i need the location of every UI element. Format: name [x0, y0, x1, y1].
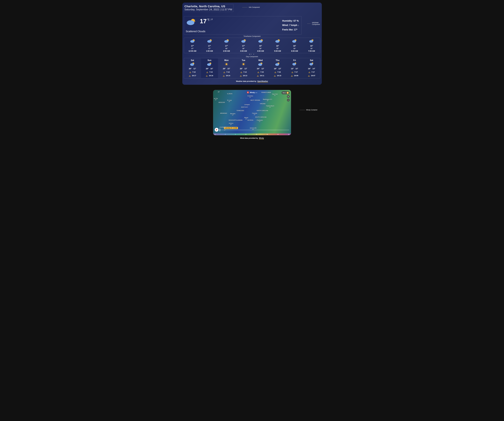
hour-feels: 16° [218, 48, 235, 49]
day-column[interactable]: Sat 16°14° 7:17 19:07 [303, 58, 320, 78]
day-temps: 13°10° [286, 68, 303, 70]
day-temps: 24°13° [252, 68, 269, 70]
sunrise-row: 7:12 [184, 71, 201, 73]
map-city-label: Virginia Beach19° [266, 105, 274, 108]
hour-time: 5:00 AM [269, 50, 286, 52]
hour-temp: 17° [184, 45, 201, 47]
map-city-label: ALABAMA [236, 119, 242, 121]
openweather-link[interactable]: OpenWeather [257, 80, 268, 82]
day-column[interactable]: Tue 26°13° 7:14 19:13 [235, 58, 252, 78]
hour-temp: 16° [252, 45, 269, 47]
sunrise-row: 7:15 [252, 71, 269, 73]
windy-logo[interactable]: W Windy.com [247, 91, 257, 94]
day-temps: 29°15° [218, 68, 235, 70]
map-city-label: Columbus15° [247, 95, 253, 98]
unit-celsius[interactable]: C [208, 18, 210, 21]
hour-temp: 16° [269, 45, 286, 47]
windy-link[interactable]: Windy [259, 137, 264, 140]
zoom-out-button[interactable]: − [287, 99, 290, 101]
map-city-label: Memphis23° [230, 113, 235, 116]
wind-icon: ≋ [287, 92, 289, 94]
unit-fahrenheit[interactable]: F [211, 18, 213, 21]
hour-temp: 17° [201, 45, 218, 47]
map-city-label: as City20° [214, 98, 218, 100]
day-name: Sat [303, 59, 320, 61]
day-name: Fri [286, 59, 303, 61]
day-name: Thu [269, 59, 286, 61]
map-city-label: New York15° [272, 94, 278, 96]
annotation-windy: Windy Container [300, 109, 318, 111]
day-temps: 26°12° [184, 68, 201, 70]
info-component: Charlotte, North Carolina, US Saturday, … [184, 4, 234, 12]
day-name: Mon [218, 59, 235, 61]
hour-time: 7:00 AM [303, 50, 320, 52]
map-city-label: SOUTH CAROLINA [255, 117, 267, 118]
hour-temp: 17° [235, 45, 252, 47]
wind-scale: kt051020304060 [213, 134, 291, 135]
hour-time: 3:00 AM [235, 50, 252, 52]
hour-column[interactable]: 17° 16° 2:00 AM [218, 38, 235, 53]
hour-column[interactable]: 16° 15° 5:00 AM [269, 38, 286, 53]
map-city-label: KENTUCKY [241, 106, 248, 108]
hour-time: 4:00 AM [252, 50, 269, 52]
info-detail-component: 17 ° C | F Scattered Clouds Humidity: 67… [184, 16, 302, 35]
sunset-row: 19:14 [218, 74, 235, 77]
map-city-label: Charlotte15° [252, 113, 257, 115]
hour-column[interactable]: 16° 15° 7:00 AM [303, 38, 320, 53]
hour-column[interactable]: 17° 17° 12:00 AM [184, 38, 201, 53]
wind-layer-button[interactable]: Wind ≋ [282, 91, 289, 94]
hour-time: 2:00 AM [218, 50, 235, 52]
annotation-info-detail: InfoDetail Component [307, 22, 322, 25]
sunrise-row: 7:14 [235, 71, 252, 73]
windy-container: W Windy.com Wind ≋ + − Saturday 24 - 12 … [213, 90, 291, 135]
sunrise-row: 7:17 [303, 71, 320, 73]
day-column[interactable]: Thu 18°13° 7:16 19:10 [269, 58, 286, 78]
hour-column[interactable]: 16° 15° 6:00 AM [286, 38, 303, 53]
map-city-label: 20° [218, 91, 220, 93]
day-column[interactable]: Mon 29°15° 7:14 19:14 [218, 58, 235, 78]
hour-time: 6:00 AM [286, 50, 303, 52]
map-city-label: Jacksonville24° [250, 127, 257, 130]
play-button[interactable] [215, 128, 219, 132]
day-name: Tue [235, 59, 252, 61]
map-city-label: LOUISIANA [219, 127, 226, 128]
current-temp: 17 ° C | F [200, 18, 213, 25]
day-column[interactable]: Fri 13°10° 7:17 19:09 [286, 58, 303, 78]
hour-time: 1:00 AM [201, 50, 218, 52]
day-temps: 29°16° [201, 68, 218, 70]
sunset-row: 19:07 [303, 74, 320, 77]
timeframe-label: Timeframe Component [184, 35, 320, 37]
hour-temp: 16° [286, 45, 303, 47]
windy-attribution: Wind data provided by Windy [182, 137, 322, 139]
windy-map[interactable]: W Windy.com Wind ≋ + − Saturday 24 - 12 … [213, 90, 291, 134]
pagination-dots[interactable]: ●● ● [184, 53, 320, 55]
datetime-text: Saturday, September 24, 2022 | 11:57 PM [185, 8, 232, 11]
day-column[interactable]: Wed 24°13° 7:15 19:11 [252, 58, 269, 78]
weather-metrics: Humidity: 67 % Wind: 7 kmph ↓ Feels like… [282, 19, 299, 32]
day-column[interactable]: Sun 29°16° 7:13 19:16 [201, 58, 218, 78]
map-city-label: Lexington [244, 104, 250, 105]
map-city-label: St Louis20° [227, 99, 232, 102]
sunset-row: 19:13 [235, 74, 252, 77]
map-city-label: NORTH CAROLINA [257, 110, 268, 111]
weather-attribution: Weather data provided by OpenWeather [184, 78, 320, 82]
sunset-row: 19:10 [269, 74, 286, 77]
zoom-in-button[interactable]: + [287, 95, 290, 98]
weather-icon [186, 18, 196, 27]
hour-column[interactable]: 16° 15° 4:00 AM [252, 38, 269, 53]
timeframe-component: 17° 17° 12:00 AM 17° 17° 1:00 AM 17° 16°… [184, 38, 320, 53]
day-name: Sat [184, 59, 201, 61]
sunrise-row: 7:17 [286, 71, 303, 73]
day-label: Day Component [184, 56, 320, 58]
map-city-label: TENNESSEE [236, 110, 244, 111]
weather-description: Scattered Clouds [186, 30, 213, 33]
hour-column[interactable]: 17° 16° 3:00 AM [235, 38, 252, 53]
hour-feels: 17° [201, 48, 218, 49]
hour-column[interactable]: 17° 17° 1:00 AM [201, 38, 218, 53]
map-city-label: MISSISSIPPI [229, 119, 236, 121]
day-column[interactable]: Sat 26°12° 7:12 19:17 [184, 58, 201, 78]
map-city-label: VIRGINIA [260, 103, 265, 105]
sunrise-row: 7:14 [218, 71, 235, 73]
hour-time: 12:00 AM [184, 50, 201, 52]
sunset-row: 19:17 [184, 74, 201, 77]
